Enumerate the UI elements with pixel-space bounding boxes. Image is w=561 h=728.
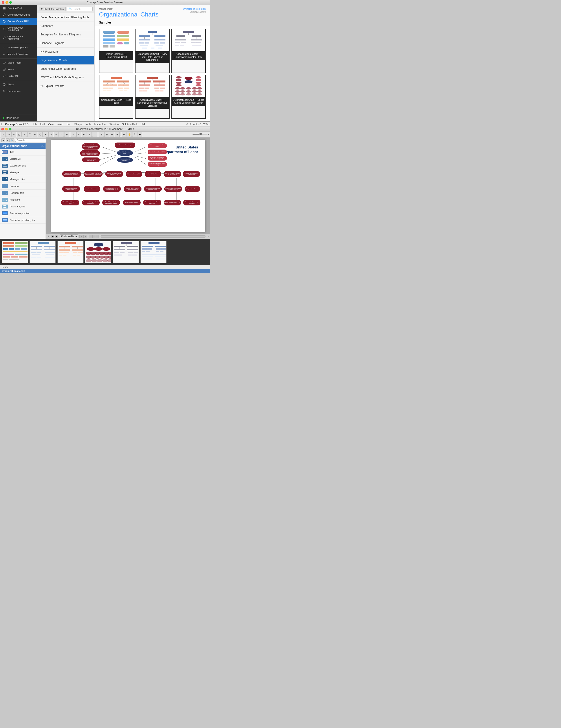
view-menu-item[interactable]: View <box>47 122 55 126</box>
sidebar-item-news[interactable]: News <box>0 66 37 73</box>
doc-minimize-button[interactable] <box>5 128 8 130</box>
prev-page-button[interactable]: ◀ <box>51 235 54 238</box>
table-tool[interactable]: ⊞ <box>64 132 69 137</box>
hand-tool[interactable]: ✋ <box>127 132 132 137</box>
sample-food-bank[interactable]: Organizational Chart — Food Bank <box>99 75 133 119</box>
list-item-swot[interactable]: SWOT and TOWS Matrix Diagrams <box>37 73 94 82</box>
filmstrip-item-2[interactable] <box>29 241 56 263</box>
sidebar-item-installed-solutions[interactable]: Installed Solutions <box>0 51 37 57</box>
panel-list-btn[interactable]: ≡ <box>6 138 10 142</box>
sidebar-item-available-updates[interactable]: Available Updates <box>0 44 37 51</box>
minimize-button[interactable] <box>5 1 8 4</box>
eyedrop-tool[interactable]: ✒ <box>137 132 142 137</box>
zoom-minus-icon[interactable]: − <box>193 133 194 136</box>
zoom-decrement[interactable]: ▲ <box>79 235 83 238</box>
image-tool[interactable]: ⊞ <box>115 132 120 137</box>
list-item-fishbone[interactable]: Fishbone Diagrams <box>37 39 94 48</box>
sidebar-item-helpdesk[interactable]: ? HelpDesk <box>0 73 37 79</box>
panel-item-stackable-title[interactable]: Stackable position, title <box>0 217 46 224</box>
list-item-seven-management[interactable]: Seven Management and Planning Tools <box>37 13 94 22</box>
view-btn-1[interactable] <box>89 235 92 238</box>
arc-tool[interactable]: ⌒ <box>27 132 32 137</box>
sample-ny-state-edu[interactable]: Organisational Chart — New York State Ed… <box>135 29 169 73</box>
doc-maximize-button[interactable] <box>9 128 11 130</box>
check-updates-button[interactable]: ↻ Check for Updates <box>39 7 66 11</box>
rect-tool[interactable]: ▭ <box>6 132 11 137</box>
text-tool[interactable]: A <box>132 132 137 137</box>
list-item-org-charts[interactable]: Organizational Charts <box>37 56 94 65</box>
pen-tool[interactable]: ✏ <box>71 132 76 137</box>
panel-search-input[interactable] <box>15 138 49 142</box>
filmstrip-item-6[interactable] <box>140 241 167 263</box>
insert-menu-item[interactable]: Insert <box>55 122 65 126</box>
connect-tool[interactable]: ⊕ <box>43 132 48 137</box>
sidebar-item-about[interactable]: i About <box>0 81 37 88</box>
filmstrip-item-3[interactable] <box>57 241 84 263</box>
brush-tool[interactable]: ⌗ <box>76 132 81 137</box>
panel-search-btn[interactable]: 🔍 <box>10 138 14 142</box>
list-item-stakeholder[interactable]: Stakeholder Onion Diagrams <box>37 65 94 73</box>
app-menu-item[interactable]: ConceptDraw PRO <box>4 122 30 126</box>
filmstrip-item-5[interactable] <box>113 241 139 263</box>
zoom-in-tool[interactable]: ⊕ <box>122 132 127 137</box>
select-tool[interactable]: ↖ <box>1 132 6 137</box>
resize-handle[interactable]: ⟔ <box>208 235 209 238</box>
sample-design-elements[interactable]: Design Elements — Organizational Chart <box>99 29 133 73</box>
list-item-hr-flowcharts[interactable]: HR Flowcharts <box>37 48 94 56</box>
help-menu-item[interactable]: Help <box>139 122 148 126</box>
ellipse-tool[interactable]: ○ <box>11 132 16 137</box>
sample-infectious-diseases[interactable]: Organizational Chart — National Center f… <box>135 75 169 119</box>
curve-tool[interactable]: ∿ <box>33 132 37 137</box>
rounded-rect-tool[interactable]: ▢ <box>17 132 22 137</box>
view-btn-3[interactable] <box>96 235 99 238</box>
panel-close-button[interactable]: ✕ <box>41 144 44 148</box>
file-menu-item[interactable]: File <box>32 122 39 126</box>
doc-close-button[interactable] <box>1 128 4 130</box>
zoom-plus-icon[interactable]: + <box>208 133 209 136</box>
next-page-button[interactable]: ▶ <box>55 235 58 238</box>
panel-item-manager[interactable]: Manager <box>0 169 46 176</box>
zoom-dropdown[interactable]: Custom 45% <box>60 234 78 238</box>
ungroup-tool[interactable]: ⊟ <box>104 132 109 137</box>
panel-item-stackable[interactable]: Stackable position <box>0 210 46 217</box>
sample-county-admin[interactable]: Organizational Chart — County Administra… <box>171 29 206 73</box>
edit-menu-item[interactable]: Edit <box>39 122 46 126</box>
filmstrip-item-1[interactable] <box>2 241 28 263</box>
text-menu-item[interactable]: Text <box>65 122 73 126</box>
sidebar-item-cd-pro[interactable]: ConceptDraw PRO <box>0 18 37 25</box>
panel-item-position[interactable]: Position <box>0 183 46 190</box>
uninstall-link[interactable]: Uninstall this solution <box>183 7 206 10</box>
search-box[interactable]: 🔍 Search <box>67 7 93 11</box>
panel-item-position-title[interactable]: Position, title <box>0 190 46 196</box>
view-btn-2[interactable] <box>92 235 95 238</box>
poly-tool[interactable]: ⬡ <box>38 132 43 137</box>
list-item-typical[interactable]: 25 Typical Orcharts <box>37 82 94 90</box>
group-tool[interactable]: ⊡ <box>99 132 104 137</box>
inspectors-menu-item[interactable]: Inspectors <box>93 122 108 126</box>
panel-item-assistant-title[interactable]: Assistant, title <box>0 203 46 210</box>
list-item-enterprise-arch[interactable]: Enterprise Architecture Diagrams <box>37 30 94 39</box>
zoom-slider-thumb[interactable] <box>199 133 202 135</box>
panel-item-manager-title[interactable]: Manager, title <box>0 176 46 183</box>
sidebar-item-project[interactable]: ConceptDraw PROJECT <box>0 33 37 42</box>
horizontal-scrollbar[interactable] <box>101 235 205 238</box>
list-item-calendars[interactable]: Calendars <box>37 22 94 30</box>
panel-grid-btn[interactable]: ⊞ <box>1 138 5 142</box>
shape-menu-item[interactable]: Shape <box>73 122 83 126</box>
panel-item-assistant[interactable]: Assistant <box>0 196 46 203</box>
canvas-scroll[interactable]: United StatesDepartment of Labor <box>46 137 210 234</box>
zoom-increment[interactable]: ▼ <box>83 235 87 238</box>
line-tool[interactable]: ╱ <box>22 132 27 137</box>
filmstrip-item-4[interactable] <box>85 241 111 263</box>
flow-tool[interactable]: → <box>59 132 64 137</box>
sample-dept-labor[interactable]: Organizational Chart — United States Dep… <box>171 75 206 119</box>
panel-item-executive-title[interactable]: Executive, title <box>0 162 46 169</box>
panel-item-title[interactable]: Title <box>0 149 46 155</box>
sidebar-item-mindmap[interactable]: ConceptDraw MINDMAP <box>0 25 37 33</box>
smart-connect-tool[interactable]: ⊗ <box>48 132 53 137</box>
connector-tool[interactable]: ↔ <box>54 132 59 137</box>
curve2-tool[interactable]: ∿ <box>82 132 86 137</box>
front-tool[interactable]: ⊹ <box>110 132 114 137</box>
maximize-button[interactable] <box>9 1 12 4</box>
sidebar-item-video-room[interactable]: Video Room <box>0 59 37 66</box>
